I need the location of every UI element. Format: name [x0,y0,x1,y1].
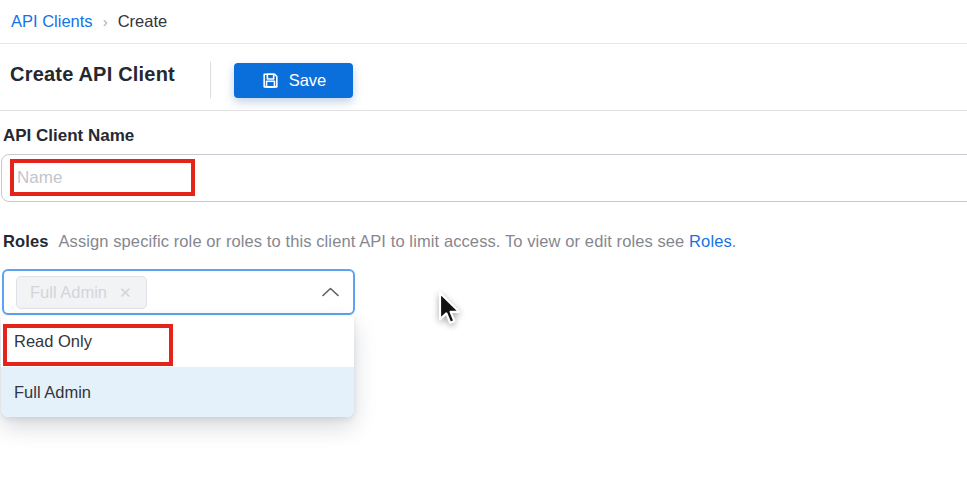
selected-role-chip-label: Full Admin [30,283,107,302]
role-option-label: Full Admin [14,383,91,402]
save-button-label: Save [289,71,327,90]
breadcrumb-separator-icon: › [103,13,108,30]
mouse-cursor [434,291,464,327]
page-header: Create API Client Save [0,45,967,111]
roles-label: Roles [3,232,48,250]
roles-link[interactable]: Roles [689,232,732,250]
breadcrumb: API Clients › Create [0,0,967,44]
save-button[interactable]: Save [234,63,353,98]
breadcrumb-current: Create [118,12,168,31]
header-divider [210,62,211,98]
roles-link-suffix: . [732,232,737,250]
api-client-name-input[interactable] [1,154,967,202]
role-option-full-admin[interactable]: Full Admin [1,367,354,417]
chevron-up-icon[interactable] [322,287,339,297]
api-client-name-label: API Client Name [3,126,134,146]
selected-role-chip: Full Admin ✕ [16,276,147,309]
roles-description-line: RolesAssign specific role or roles to th… [3,232,963,251]
role-option-read-only[interactable]: Read Only [1,316,354,367]
floppy-disk-icon [261,71,280,90]
remove-role-icon[interactable]: ✕ [119,285,132,300]
breadcrumb-link-api-clients[interactable]: API Clients [11,12,93,31]
roles-description: Assign specific role or roles to this cl… [58,232,684,250]
roles-dropdown-menu: Read Only Full Admin [1,316,354,417]
role-option-label: Read Only [14,332,92,351]
roles-select[interactable]: Full Admin ✕ [2,269,355,315]
page-title: Create API Client [10,63,175,86]
